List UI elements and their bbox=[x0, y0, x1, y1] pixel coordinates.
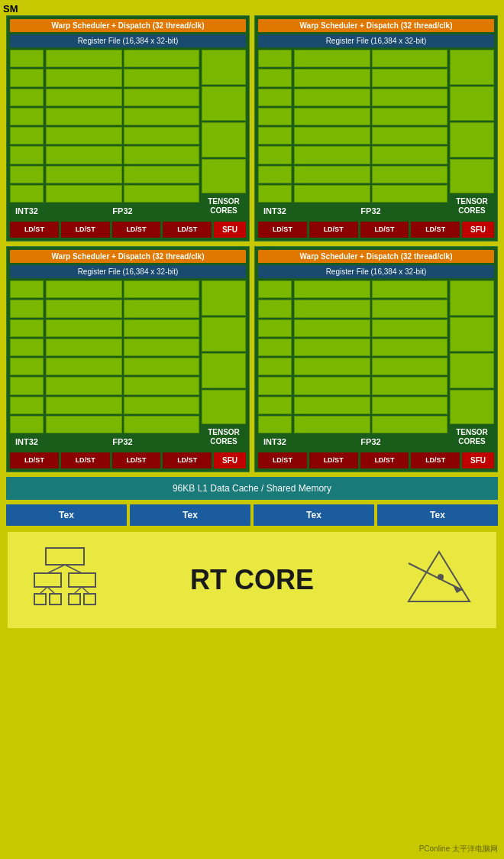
register-file-4: Register File (16,384 x 32-bit) bbox=[258, 265, 494, 278]
ldst-cell-7: LD/ST bbox=[360, 222, 409, 238]
int32-wrapper-1: INT32 bbox=[10, 50, 44, 218]
int32-grid-2 bbox=[258, 50, 292, 203]
ldst-cell-11: LD/ST bbox=[112, 452, 161, 468]
fp32-cell bbox=[46, 127, 122, 144]
fp32-cell bbox=[124, 146, 200, 164]
fp32-cell bbox=[124, 69, 200, 86]
ldst-row-1: LD/ST LD/ST LD/ST LD/ST SFU bbox=[10, 222, 246, 238]
register-file-1: Register File (16,384 x 32-bit) bbox=[10, 34, 246, 47]
ldst-cell-2: LD/ST bbox=[61, 222, 110, 238]
fp32-cell bbox=[294, 89, 370, 106]
ldst-cell-1: LD/ST bbox=[10, 222, 59, 238]
tensor-cell bbox=[450, 317, 494, 352]
fp32-cell bbox=[294, 397, 370, 414]
tensor-label-3: TENSORCORES bbox=[202, 426, 246, 449]
int32-label-2: INT32 bbox=[258, 204, 292, 218]
tensor-cell bbox=[202, 317, 246, 352]
fp32-label-4: FP32 bbox=[294, 435, 447, 449]
fp32-cell bbox=[46, 69, 122, 86]
tensor-cell bbox=[202, 50, 246, 85]
fp32-cell bbox=[46, 50, 122, 67]
core-area-3: INT32 bbox=[10, 280, 246, 449]
fp32-cell bbox=[124, 319, 200, 337]
ldst-cell-13: LD/ST bbox=[258, 452, 307, 468]
svg-rect-3 bbox=[34, 594, 46, 605]
int32-cell bbox=[258, 377, 292, 394]
int32-wrapper-3: INT32 bbox=[10, 280, 44, 449]
tensor-cell bbox=[202, 159, 246, 194]
fp32-cell bbox=[294, 50, 370, 67]
fp32-cell bbox=[46, 339, 122, 356]
fp32-cell bbox=[46, 280, 122, 298]
fp32-label-3: FP32 bbox=[46, 435, 199, 449]
ldst-cell-9: LD/ST bbox=[10, 452, 59, 468]
int32-cell bbox=[10, 146, 44, 164]
tensor-cell bbox=[450, 86, 494, 122]
sfu-cell-4: SFU bbox=[462, 452, 494, 468]
tensor-cell bbox=[450, 280, 494, 316]
fp32-cell bbox=[294, 319, 370, 337]
tex-cell-4: Tex bbox=[377, 504, 498, 526]
svg-rect-2 bbox=[69, 573, 95, 587]
fp32-cell bbox=[46, 377, 122, 394]
warp-header-1: Warp Scheduler + Dispatch (32 thread/clk… bbox=[10, 19, 246, 32]
fp32-cell bbox=[294, 185, 370, 203]
svg-line-8 bbox=[65, 565, 82, 573]
tensor-cell bbox=[450, 353, 494, 388]
fp32-cell bbox=[124, 166, 200, 183]
fp32-cell bbox=[46, 416, 122, 433]
int32-label-1: INT32 bbox=[10, 204, 44, 218]
fp32-cell bbox=[294, 108, 370, 125]
ldst-cell-16: LD/ST bbox=[411, 452, 460, 468]
tensor-wrapper-1: TENSORCORES bbox=[202, 50, 246, 218]
fp32-cell bbox=[124, 377, 200, 394]
sub-proc-2: Warp Scheduler + Dispatch (32 thread/clk… bbox=[254, 15, 498, 241]
int32-cell bbox=[10, 50, 44, 67]
fp32-wrapper-2: FP32 bbox=[294, 50, 447, 218]
tensor-cell bbox=[202, 353, 246, 388]
fp32-cell bbox=[294, 280, 370, 298]
svg-rect-1 bbox=[34, 573, 61, 587]
ray-triangle-icon bbox=[405, 544, 473, 616]
ldst-cell-6: LD/ST bbox=[309, 222, 358, 238]
svg-line-9 bbox=[40, 587, 47, 594]
fp32-cell bbox=[294, 339, 370, 356]
tex-cell-1: Tex bbox=[6, 504, 127, 526]
int32-grid-4 bbox=[258, 280, 292, 433]
tensor-cell bbox=[450, 50, 494, 85]
bvh-tree-icon bbox=[31, 544, 99, 616]
tensor-label-1: TENSORCORES bbox=[202, 195, 246, 218]
tensor-cell bbox=[450, 390, 494, 425]
fp32-cell bbox=[46, 166, 122, 183]
int32-cell bbox=[258, 319, 292, 337]
ldst-row-3: LD/ST LD/ST LD/ST LD/ST SFU bbox=[10, 452, 246, 468]
fp32-cell bbox=[372, 397, 448, 414]
svg-line-10 bbox=[47, 587, 55, 594]
watermark: PConline 太平洋电脑网 bbox=[419, 844, 498, 854]
int32-cell bbox=[258, 69, 292, 86]
tensor-grid-2 bbox=[450, 50, 494, 193]
fp32-cell bbox=[294, 300, 370, 317]
tensor-cell bbox=[450, 159, 494, 194]
int32-cell bbox=[258, 146, 292, 164]
svg-line-11 bbox=[74, 587, 82, 594]
fp32-cell bbox=[124, 89, 200, 106]
fp32-cell bbox=[372, 358, 448, 375]
svg-line-7 bbox=[47, 565, 65, 573]
fp32-wrapper-3: FP32 bbox=[46, 280, 199, 449]
tensor-wrapper-4: TENSORCORES bbox=[450, 280, 494, 449]
fp32-cell bbox=[372, 127, 448, 144]
tensor-label-4: TENSORCORES bbox=[450, 426, 494, 449]
tensor-grid-1 bbox=[202, 50, 246, 193]
ldst-cell-8: LD/ST bbox=[411, 222, 460, 238]
int32-cell bbox=[10, 397, 44, 414]
fp32-cell bbox=[372, 166, 448, 183]
int32-cell bbox=[10, 377, 44, 394]
tensor-cell bbox=[202, 86, 246, 122]
sub-proc-4: Warp Scheduler + Dispatch (32 thread/clk… bbox=[254, 246, 498, 472]
ldst-cell-3: LD/ST bbox=[112, 222, 161, 238]
tex-cell-2: Tex bbox=[130, 504, 250, 526]
fp32-cell bbox=[294, 127, 370, 144]
tensor-wrapper-2: TENSORCORES bbox=[450, 50, 494, 218]
fp32-wrapper-1: FP32 bbox=[46, 50, 199, 218]
